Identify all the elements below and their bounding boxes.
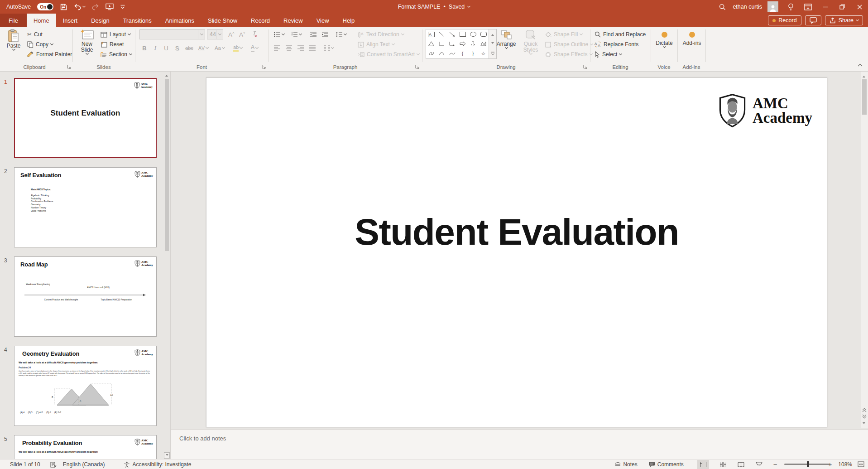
shapes-gallery[interactable]: A { } ☆ — [426, 29, 489, 59]
slide-canvas[interactable]: AMCAcademy Student Evaluation — [206, 77, 827, 427]
restore-button[interactable] — [834, 0, 851, 14]
line-spacing-button[interactable] — [334, 30, 348, 39]
new-slide-button[interactable]: New Slide — [77, 29, 97, 54]
undo-button[interactable] — [74, 4, 85, 10]
arrange-button[interactable]: Arrange — [494, 29, 518, 48]
customize-quick-access-button[interactable] — [120, 4, 125, 10]
minimize-button[interactable] — [816, 0, 834, 14]
share-dropdown-icon[interactable] — [856, 18, 859, 21]
tab-help[interactable]: Help — [336, 14, 362, 27]
find-and-replace-button[interactable]: Find and Replace — [595, 30, 646, 39]
thumb-scroll-down-button[interactable] — [164, 452, 170, 459]
slide-thumbnail-1[interactable]: AMCAcademy Student Evaluation — [14, 78, 157, 158]
star-shape-icon[interactable]: ☆ — [481, 51, 486, 57]
scroll-up-icon[interactable] — [863, 74, 865, 77]
drawing-dialog-launcher[interactable] — [583, 65, 587, 69]
paste-button[interactable]: Paste — [4, 29, 24, 50]
font-dialog-launcher[interactable] — [262, 65, 266, 69]
copy-dropdown-icon[interactable] — [50, 42, 53, 45]
tab-view[interactable]: View — [310, 14, 336, 27]
slide-sorter-view-button[interactable] — [717, 460, 729, 469]
thumb-scroll-up-icon[interactable] — [165, 73, 168, 77]
notes-toggle[interactable]: Notes — [615, 461, 637, 468]
font-name-combo[interactable] — [139, 29, 205, 39]
user-name[interactable]: ethan curtis — [733, 4, 762, 10]
dictate-button[interactable]: Dictate — [653, 29, 675, 48]
collapse-ribbon-button[interactable] — [858, 63, 863, 67]
next-slide-button[interactable] — [862, 414, 867, 420]
clipboard-dialog-launcher[interactable] — [67, 65, 71, 69]
paragraph-dialog-launcher[interactable] — [415, 65, 419, 69]
format-painter-button[interactable]: Format Painter — [27, 50, 72, 59]
cut-button[interactable]: ✂Cut — [27, 30, 43, 39]
record-button[interactable]: Record — [768, 15, 801, 25]
tab-review[interactable]: Review — [277, 14, 310, 27]
slide-counter[interactable]: Slide 1 of 10 — [10, 461, 40, 468]
left-brace-shape-icon[interactable]: { — [462, 51, 464, 56]
reset-button[interactable]: Reset — [101, 40, 124, 49]
start-slideshow-button[interactable] — [106, 3, 114, 10]
tab-home[interactable]: Home — [27, 14, 56, 27]
slide-thumbnail-3[interactable]: AMCAcademy Road Map Weakness Strengtheni… — [14, 256, 157, 337]
increase-indent-button[interactable] — [320, 30, 330, 39]
bullets-button[interactable] — [272, 30, 286, 39]
share-button[interactable]: Share — [825, 15, 863, 25]
section-button[interactable]: Section — [101, 50, 132, 59]
select-button[interactable]: Select — [595, 50, 622, 59]
layout-dropdown-icon[interactable] — [128, 32, 131, 35]
search-icon[interactable] — [714, 0, 731, 14]
spellcheck-button[interactable] — [50, 461, 57, 468]
new-slide-dropdown-icon[interactable] — [85, 52, 88, 55]
comments-button[interactable] — [805, 15, 821, 25]
reading-view-button[interactable] — [735, 460, 747, 469]
autosave-toggle[interactable]: On — [37, 3, 53, 10]
slideshow-view-button[interactable] — [753, 460, 765, 469]
fit-to-window-button[interactable] — [858, 461, 864, 467]
slide-thumbnail-5[interactable]: AMCAcademy Probability Evaluation We wil… — [14, 435, 157, 459]
comments-toggle[interactable]: Comments — [648, 461, 684, 468]
main-scrollbar-thumb[interactable] — [862, 79, 867, 115]
thumbnail-scrollbar[interactable] — [164, 72, 170, 459]
tab-file[interactable]: File — [0, 14, 27, 27]
notes-placeholder[interactable]: Click to add notes — [179, 435, 226, 442]
tab-record[interactable]: Record — [244, 14, 277, 27]
tab-transitions[interactable]: Transitions — [116, 14, 158, 27]
arrange-dropdown-icon[interactable] — [504, 46, 508, 49]
lightbulb-icon[interactable] — [782, 0, 799, 14]
zoom-slider-thumb[interactable] — [807, 461, 809, 467]
notes-pane[interactable]: Click to add notes — [171, 429, 868, 459]
font-size-combo[interactable]: 44 — [207, 29, 223, 39]
decrease-indent-button[interactable] — [308, 30, 318, 39]
avatar[interactable] — [767, 1, 778, 12]
previous-slide-button[interactable] — [862, 407, 867, 412]
clear-formatting-button[interactable] — [250, 30, 260, 39]
tab-insert[interactable]: Insert — [56, 14, 85, 27]
undo-dropdown-icon[interactable] — [82, 5, 86, 8]
replace-fonts-button[interactable]: AA Replace Fonts — [595, 40, 638, 49]
tab-slide-show[interactable]: Slide Show — [201, 14, 244, 27]
paste-dropdown-icon[interactable] — [12, 48, 15, 51]
main-scrollbar[interactable] — [861, 72, 868, 428]
zoom-level[interactable]: 108% — [838, 461, 852, 468]
normal-view-button[interactable] — [697, 460, 709, 469]
slide-title-text[interactable]: Student Evaluation — [206, 211, 827, 253]
language-indicator[interactable]: English (Canada) — [63, 461, 105, 468]
section-dropdown-icon[interactable] — [129, 52, 132, 55]
slide-thumbnail-4[interactable]: AMCAcademy Geometry Evaluation We will t… — [14, 346, 157, 426]
layout-button[interactable]: Layout — [101, 30, 130, 39]
save-button[interactable] — [60, 3, 67, 11]
copy-button[interactable]: Copy — [27, 40, 53, 49]
accessibility-checker[interactable]: Accessibility: Investigate — [124, 461, 191, 468]
right-brace-shape-icon[interactable]: } — [472, 51, 474, 56]
tab-animations[interactable]: Animations — [158, 14, 201, 27]
zoom-out-button[interactable]: − — [773, 460, 777, 468]
close-button[interactable] — [851, 0, 868, 14]
select-dropdown-icon[interactable] — [619, 52, 622, 55]
add-ins-button[interactable]: Add-ins — [680, 29, 704, 46]
ribbon-display-options-icon[interactable] — [799, 0, 816, 14]
numbering-button[interactable] — [289, 30, 303, 39]
thumb-scrollbar-thumb[interactable] — [165, 79, 169, 251]
slide-thumbnail-2[interactable]: AMCAcademy Self Evaluation Main AMC8 Top… — [14, 167, 157, 247]
dictate-dropdown-icon[interactable] — [662, 45, 666, 48]
scroll-down-icon[interactable] — [863, 422, 865, 425]
